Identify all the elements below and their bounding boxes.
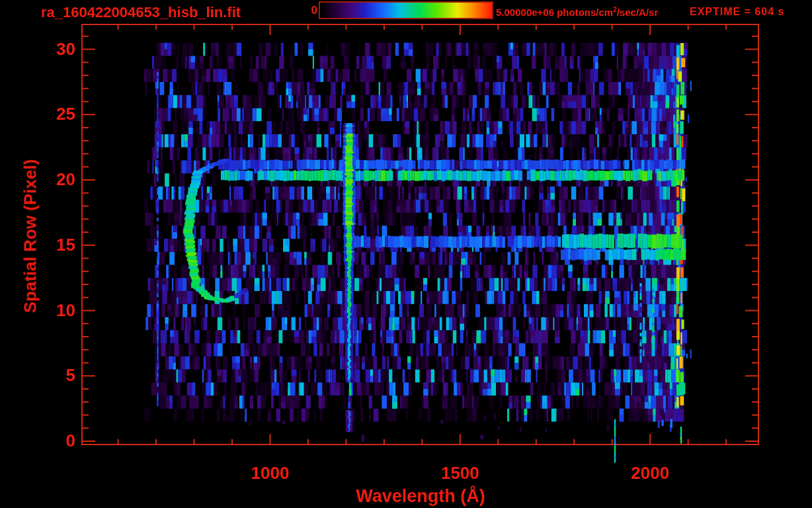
y-tick-label: 25	[56, 104, 75, 124]
colorbar-max-value: 5.00000e+06	[496, 7, 554, 18]
exptime-label: EXPTIME = 604 s	[690, 6, 785, 18]
y-tick-label: 5	[66, 365, 75, 386]
y-tick-label: 20	[56, 169, 75, 190]
x-tick-label: 1000	[251, 463, 290, 484]
colorbar-unit-suffix: /sec/A/sr	[617, 7, 659, 18]
x-axis-label: Wavelength (Å)	[356, 486, 485, 507]
y-tick-label: 15	[56, 235, 75, 255]
y-tick-label: 0	[66, 431, 75, 451]
x-tick-label: 2000	[631, 463, 669, 484]
spectral-image-viewer: ra_160422004653_hisb_lin.fit 0 5.00000e+…	[0, 0, 812, 508]
y-axis-label: Spatial Row (Pixel)	[20, 159, 41, 314]
y-tick-label: 10	[56, 300, 75, 320]
y-tick-label: 30	[56, 38, 75, 59]
colorbar-min-label: 0	[311, 4, 317, 17]
colorbar-max-label: 5.00000e+06 photons/cm2/sec/A/sr	[496, 6, 658, 18]
x-tick-label: 1500	[441, 463, 479, 484]
colorbar-unit-prefix: photons/cm	[554, 7, 613, 18]
spectrogram-canvas	[0, 0, 812, 508]
filename-title: ra_160422004653_hisb_lin.fit	[41, 4, 241, 21]
